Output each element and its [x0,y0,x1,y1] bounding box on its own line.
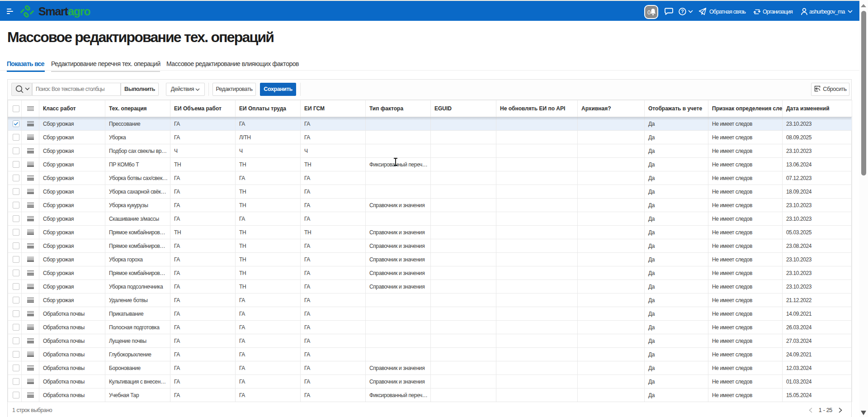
svg-text:?: ? [681,9,684,14]
